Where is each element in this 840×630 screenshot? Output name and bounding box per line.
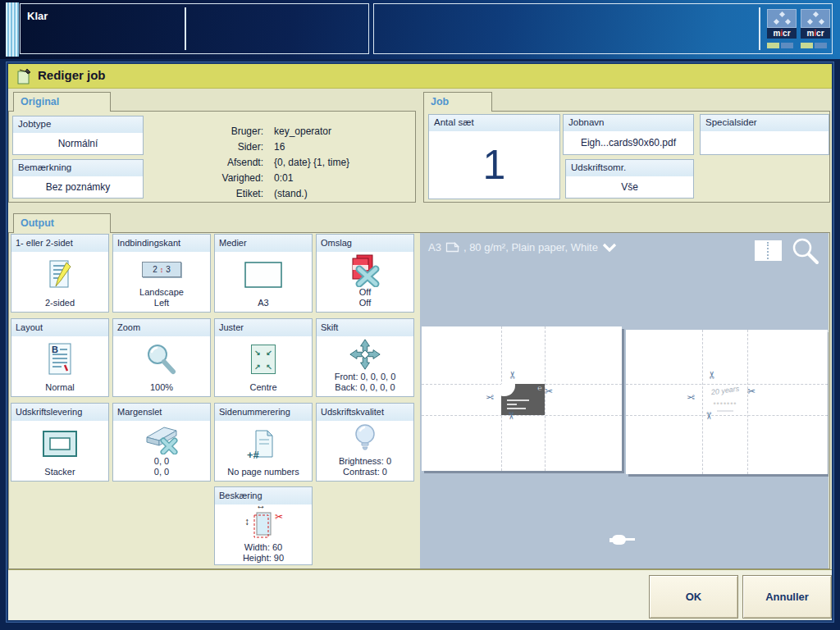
chevron-down-icon[interactable]: [602, 243, 617, 252]
tab-original[interactable]: Original: [13, 92, 111, 112]
info-label: Etiket:: [167, 188, 263, 199]
diamond-icon: [813, 11, 819, 17]
remark-button[interactable]: Bemærkning Bez poznámky: [12, 159, 144, 199]
cancel-button[interactable]: Annuller: [742, 575, 832, 619]
tile-shift[interactable]: Skift Front: 0, 0, 0, 0 Back: 0, 0, 0, 0: [316, 318, 414, 397]
special-pages-label: Specialsider: [701, 115, 829, 131]
copies-label: Antal sæt: [429, 115, 559, 131]
info-value: {0, date} {1, time}: [274, 157, 349, 168]
print-preview-panel: A3 , 80 g/m², Plain paper, White: [420, 233, 829, 568]
printer-status-text: Klar: [27, 10, 48, 22]
tile-value: 2-sided: [11, 298, 108, 308]
stacker-icon: [11, 421, 108, 467]
print-range-button[interactable]: Udskriftsomr. Vše: [565, 159, 694, 199]
tile-label: Zoom: [113, 319, 210, 336]
jobname-value: Eigh...cards90x60.pdf: [564, 131, 693, 154]
media-selector[interactable]: A3 , 80 g/m², Plain paper, White: [428, 241, 617, 253]
plug-pin: [625, 538, 635, 541]
tile-value: Landscape: [113, 287, 210, 298]
tile-value-2: 0, 0: [113, 467, 210, 477]
tile-value: Stacker: [11, 467, 108, 477]
tab-output[interactable]: Output: [13, 213, 111, 233]
margin-erase-icon: [113, 421, 210, 456]
paper-icon: [445, 242, 459, 253]
job-info-panel: Bruger:key_operator Sider:16 Afsendt:{0,…: [167, 123, 349, 201]
arrow-icon: [266, 363, 272, 371]
micr-status-lights: [801, 43, 830, 48]
micr-indicator-2: micr: [801, 9, 830, 48]
duplex-icon: [11, 252, 108, 298]
tab-job[interactable]: Job: [423, 92, 492, 112]
diamond-icon: [807, 19, 813, 25]
tile-value: Off: [317, 287, 413, 298]
tile-zoom[interactable]: Zoom 100%: [112, 318, 211, 397]
blue-light-indicator: [815, 43, 827, 48]
diamond-icon: [774, 19, 779, 25]
edit-job-icon: [16, 68, 33, 88]
binding-arrow-icon: [160, 265, 164, 274]
info-value: 16: [274, 141, 285, 153]
align-centre-icon: [215, 336, 312, 382]
dialog-title: Rediger job: [38, 68, 106, 82]
info-value: 0:01: [274, 172, 293, 184]
card-text-line: [507, 408, 526, 409]
tile-label: Udskriftslevering: [11, 404, 108, 421]
info-label: Bruger:: [167, 126, 263, 137]
micr-label-part: m: [806, 29, 814, 38]
tile-covers[interactable]: Omslag Off Off: [316, 234, 414, 313]
spread-view-toggle[interactable]: [755, 240, 782, 261]
connector-plug-icon: [609, 534, 636, 546]
jobtype-button[interactable]: Jobtype Normální: [12, 116, 144, 155]
info-value: key_operator: [274, 126, 331, 137]
shift-icon: [317, 336, 413, 372]
tile-output-delivery[interactable]: Udskriftslevering Stacker: [11, 403, 109, 482]
tile-duplex[interactable]: 1- eller 2-sidet 2-sided: [11, 234, 109, 313]
tile-trim[interactable]: Beskæring Width: 60 Height: 90: [214, 486, 313, 565]
tile-value: Front: 0, 0, 0, 0: [317, 372, 413, 382]
arrow-icon: [254, 363, 261, 371]
diamond-icon: [819, 19, 824, 25]
special-pages-button[interactable]: Specialsider: [700, 114, 829, 155]
page-numbers-glyph: +#: [247, 449, 259, 461]
micr-label-part: cr: [783, 29, 790, 38]
info-row: Sider:16: [167, 139, 349, 154]
original-group: Jobtype Normální Bemærkning Bez poznámky…: [8, 111, 416, 203]
screen: Klar micr: [0, 0, 840, 630]
tile-value-2: Height: 90: [215, 553, 312, 564]
tile-value: 100%: [113, 382, 210, 393]
tile-layout[interactable]: Layout B Normal: [11, 318, 109, 397]
tile-label: Margenslet: [113, 404, 210, 421]
arrow-icon: [254, 349, 261, 357]
tile-label: Juster: [215, 319, 312, 336]
info-row: Afsendt:{0, date} {1, time}: [167, 154, 349, 170]
copies-button[interactable]: Antal sæt 1: [428, 114, 560, 199]
preview-zoom-button[interactable]: [791, 236, 820, 269]
info-row: Varighed:0:01: [167, 170, 349, 185]
printer-status-bar: Klar micr: [0, 0, 840, 59]
ok-button[interactable]: OK: [649, 575, 738, 619]
remark-value: Bez poznámky: [13, 176, 143, 198]
preview-page-front: [422, 326, 622, 471]
tile-label: Medier: [215, 235, 312, 252]
jobname-button[interactable]: Jobnavn Eigh...cards90x60.pdf: [563, 114, 694, 155]
green-light-indicator: [767, 43, 779, 48]
micr-diamonds-icon: [801, 9, 830, 28]
plug-body: [612, 535, 626, 545]
scissors-icon: [704, 412, 714, 420]
tile-page-numbering[interactable]: Sidenummerering +# No page numbers: [214, 403, 313, 482]
micr-label-part: cr: [816, 29, 824, 38]
scissors-icon: [486, 392, 494, 402]
tile-margin-erase[interactable]: Margenslet 0, 0 0, 0: [112, 403, 211, 482]
info-label: Afsendt:: [167, 157, 263, 168]
crop-line: [545, 326, 546, 471]
tile-media[interactable]: Medier A3: [214, 234, 313, 313]
micr-label: micr: [801, 28, 830, 39]
jobtype-label: Jobtype: [13, 116, 143, 133]
tile-label: Omslag: [317, 235, 413, 252]
dialog-titlebar: Rediger job: [8, 64, 832, 89]
tile-print-quality[interactable]: Udskriftskvalitet Brightness: 0 Contrast…: [316, 403, 414, 482]
tile-align[interactable]: Juster Centre: [214, 318, 313, 397]
jobname-label: Jobnavn: [564, 115, 693, 131]
tile-binding-edge[interactable]: Indbindingskant 23 Landscape Left: [112, 234, 211, 313]
spread-split-line: [767, 242, 769, 259]
